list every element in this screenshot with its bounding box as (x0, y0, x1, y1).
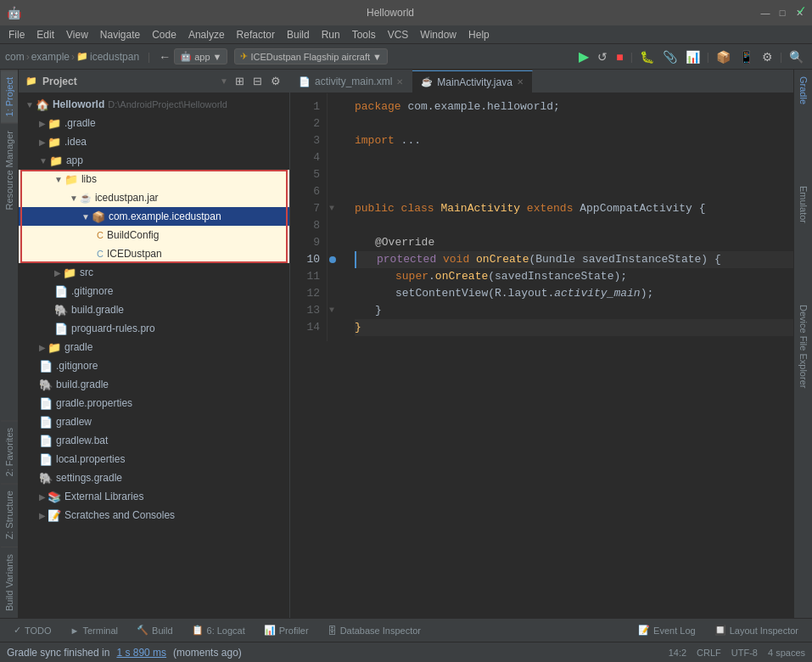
panel-layout-button[interactable]: ⊞ (233, 73, 246, 89)
tree-item-idea[interactable]: ▶ 📁 .idea (19, 132, 289, 151)
menu-file[interactable]: File (3, 27, 30, 42)
app-dropdown[interactable]: 🤖 app ▼ (174, 48, 227, 65)
tab-java-close[interactable]: ✕ (517, 77, 524, 87)
local-props-label: local.properties (56, 453, 125, 465)
indent-type[interactable]: 4 spaces (768, 648, 805, 658)
search-button[interactable]: 🔍 (786, 48, 807, 65)
database-icon: 🗄 (328, 626, 337, 636)
tree-item-app[interactable]: ▼ 📁 app (19, 151, 289, 170)
menu-navigate[interactable]: Navigate (95, 27, 145, 42)
bottom-tab-layout-inspector[interactable]: 🔲 Layout Inspector (706, 620, 807, 641)
project-dropdown-arrow[interactable]: ▼ (220, 76, 228, 86)
tab-activity-main-xml[interactable]: 📄 activity_main.xml ✕ (290, 70, 412, 93)
code-line-13: } (355, 302, 793, 319)
sync-time-link[interactable]: 1 s 890 ms (116, 647, 166, 659)
tree-item-local-props[interactable]: 📄 local.properties (19, 450, 289, 468)
cursor-position[interactable]: 14:2 (669, 648, 686, 658)
menu-build[interactable]: Build (282, 27, 315, 42)
gutter-13[interactable]: ▼ (329, 302, 343, 319)
breakpoint-icon[interactable] (329, 256, 336, 263)
menu-tools[interactable]: Tools (347, 27, 381, 42)
editor-content[interactable]: 1 2 3 4 5 6 7 8 9 10 11 12 13 14 (290, 93, 793, 618)
breadcrumb-com[interactable]: com (5, 51, 25, 63)
right-tab-emulator[interactable]: Emulator (795, 179, 812, 230)
tree-item-buildgradle-root[interactable]: 🐘 build.gradle (19, 375, 289, 394)
stop-button[interactable]: ■ (613, 48, 626, 65)
sidebar-tab-project[interactable]: 1: Project (1, 70, 18, 123)
tree-item-gitignore-app[interactable]: 📄 .gitignore (19, 282, 289, 300)
tree-item-helloworld[interactable]: ▼ 🏠 Helloworld D:\AndroidProject\Hellowo… (19, 95, 289, 114)
gutter-7[interactable]: ▼ (329, 200, 343, 217)
sidebar-tab-resource-manager[interactable]: Resource Manager (1, 123, 18, 217)
tree-item-gradle-props[interactable]: 📄 gradle.properties (19, 394, 289, 412)
build-label: Build (152, 626, 172, 636)
sdk-manager-button[interactable]: 📦 (713, 48, 734, 65)
tree-item-gradle-folder[interactable]: ▶ 📁 gradle (19, 338, 289, 356)
code-line-11: super . onCreate (savedInstanceState); (355, 268, 793, 285)
menu-window[interactable]: Window (415, 27, 462, 42)
line-num-14: 14 (290, 319, 320, 336)
avd-manager-button[interactable]: 📱 (736, 48, 757, 65)
tree-item-icedustpan-class[interactable]: C ICEDustpan (19, 244, 289, 263)
menu-code[interactable]: Code (147, 27, 182, 42)
tree-item-jar[interactable]: ▼ ☕ icedustpan.jar (19, 188, 289, 207)
nav-back-icon[interactable]: ← (159, 50, 171, 64)
menu-refactor[interactable]: Refactor (232, 27, 280, 42)
tab-xml-close[interactable]: ✕ (396, 77, 403, 87)
menu-edit[interactable]: Edit (31, 27, 59, 42)
tree-item-settings-gradle[interactable]: 🐘 settings.gradle (19, 468, 289, 487)
code-lines[interactable]: package com.example.helloworld; import .… (344, 93, 793, 341)
tree-item-buildconfig[interactable]: C BuildConfig (19, 226, 289, 244)
bottom-tab-terminal[interactable]: ► Terminal (62, 620, 126, 641)
line-ending[interactable]: CRLF (697, 648, 721, 658)
panel-settings-button[interactable]: ⚙ (269, 73, 283, 89)
sidebar-tab-structure[interactable]: Z: Structure (1, 483, 18, 546)
tree-item-gitignore-root[interactable]: 📄 .gitignore (19, 356, 289, 375)
sidebar-tab-favorites[interactable]: 2: Favorites (1, 420, 18, 483)
tree-item-gradlew[interactable]: 📄 gradlew (19, 412, 289, 431)
attach-button[interactable]: 📎 (659, 48, 680, 65)
tree-item-external-libs[interactable]: ▶ 📚 External Libraries (19, 487, 289, 506)
menu-view[interactable]: View (61, 27, 93, 42)
tree-item-gradle-hidden[interactable]: ▶ 📁 .gradle (19, 114, 289, 132)
encoding[interactable]: UTF-8 (731, 648, 758, 658)
param-name: savedInstanceState (582, 251, 701, 268)
tree-item-libs[interactable]: ▼ 📁 libs (19, 170, 289, 188)
buildgradle-root-label: build.gradle (56, 379, 109, 390)
settings-button[interactable]: ⚙ (759, 48, 776, 65)
tree-item-src[interactable]: ▶ 📁 src (19, 263, 289, 282)
debug-button[interactable]: 🐛 (636, 48, 658, 65)
class-name: MainActivity (440, 200, 526, 217)
menu-analyze[interactable]: Analyze (183, 27, 230, 42)
fold-13-icon[interactable]: ▼ (329, 302, 334, 319)
bottom-tab-logcat[interactable]: 📋 6: Logcat (183, 620, 254, 641)
run-button[interactable]: ▶ (575, 47, 592, 66)
panel-collapse-button[interactable]: ⊟ (251, 73, 264, 89)
tree-item-gradlew-bat[interactable]: 📄 gradlew.bat (19, 431, 289, 450)
bottom-tab-todo[interactable]: ✓ TODO (5, 620, 60, 641)
right-tab-device-file[interactable]: Device File Explorer (795, 298, 812, 395)
breadcrumb-example[interactable]: example (31, 51, 70, 63)
bottom-tab-build[interactable]: 🔨 Build (128, 620, 181, 641)
bottom-tab-database[interactable]: 🗄 Database Inspector (319, 620, 429, 641)
tree-item-scratches[interactable]: ▶ 📝 Scratches and Consoles (19, 506, 289, 525)
breadcrumb-icedustpan[interactable]: icedustpan (90, 51, 139, 63)
tree-item-package[interactable]: ▼ 📦 com.example.icedustpan (19, 207, 289, 226)
fold-7-icon[interactable]: ▼ (329, 200, 334, 217)
line-num-5: 5 (290, 166, 320, 183)
menu-vcs[interactable]: VCS (383, 27, 414, 42)
tree-item-buildgradle-app[interactable]: 🐘 build.gradle (19, 300, 289, 319)
menu-run[interactable]: Run (316, 27, 345, 42)
minimize-button[interactable]: — (759, 7, 771, 19)
bottom-tab-profiler[interactable]: 📊 Profiler (255, 620, 317, 641)
tree-item-proguard[interactable]: 📄 proguard-rules.pro (19, 319, 289, 338)
bottom-tab-event-log[interactable]: 📝 Event Log (630, 620, 704, 641)
maximize-button[interactable]: □ (776, 7, 788, 19)
sidebar-tab-build-variants[interactable]: Build Variants (1, 547, 18, 618)
profile-button[interactable]: 📊 (682, 48, 703, 65)
menu-help[interactable]: Help (463, 27, 495, 42)
right-tab-gradle[interactable]: Gradle (795, 70, 812, 111)
refresh-button[interactable]: ↺ (594, 48, 611, 65)
tab-mainactivity-java[interactable]: ☕ MainActivity.java ✕ (412, 70, 532, 93)
config-dropdown[interactable]: ✈ ICEDustpan Flagship aircraft ▼ (234, 48, 388, 65)
